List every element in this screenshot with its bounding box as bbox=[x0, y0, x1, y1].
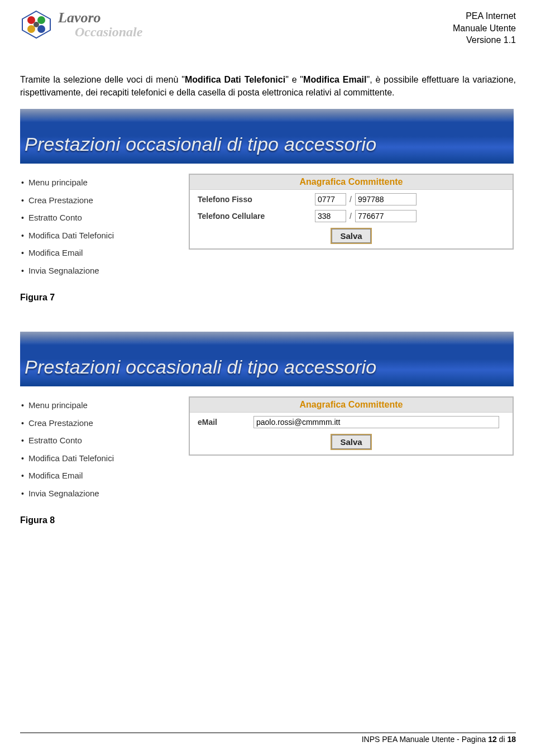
panel-title: Anagrafica Committente bbox=[190, 175, 513, 190]
menu-item-invia-segnalazione[interactable]: Invia Segnalazione bbox=[21, 485, 189, 503]
figure-7-caption: Figura 7 bbox=[20, 293, 516, 303]
logo-text: Lavoro Occasionale bbox=[58, 11, 142, 39]
p-mid: " e " bbox=[285, 75, 303, 84]
banner: Prestazioni occasionali di tipo accessor… bbox=[20, 332, 514, 386]
anagrafica-panel-phone: Anagrafica Committente Telefono Fisso / … bbox=[189, 174, 514, 250]
logo: Lavoro Occasionale bbox=[20, 10, 142, 39]
doc-meta-line2: Manuale Utente bbox=[453, 22, 516, 35]
page-header: Lavoro Occasionale PEA Internet Manuale … bbox=[20, 10, 516, 46]
side-menu: Menu principale Crea Prestazione Estratt… bbox=[21, 174, 189, 279]
menu-item-principale[interactable]: Menu principale bbox=[21, 174, 189, 192]
footer-page-total: 18 bbox=[507, 735, 516, 744]
banner-title: Prestazioni occasionali di tipo accessor… bbox=[25, 133, 377, 155]
menu-item-estratto-conto[interactable]: Estratto Conto bbox=[21, 432, 189, 449]
slash-sep: / bbox=[350, 195, 352, 204]
anagrafica-panel-email: Anagrafica Committente eMail Salva bbox=[189, 396, 514, 456]
logo-line1: Lavoro bbox=[58, 11, 142, 25]
save-button[interactable]: Salva bbox=[332, 229, 370, 243]
figure-8-screenshot: Prestazioni occasionali di tipo accessor… bbox=[20, 332, 514, 502]
figure-8-caption: Figura 8 bbox=[20, 515, 516, 525]
banner: Prestazioni occasionali di tipo accessor… bbox=[20, 109, 514, 164]
svg-point-2 bbox=[37, 16, 45, 24]
menu-item-invia-segnalazione[interactable]: Invia Segnalazione bbox=[21, 262, 189, 280]
menu-item-crea-prestazione[interactable]: Crea Prestazione bbox=[21, 414, 189, 432]
label-telefono-cellulare: Telefono Cellulare bbox=[198, 212, 315, 221]
svg-point-1 bbox=[27, 16, 35, 24]
banner-title: Prestazioni occasionali di tipo accessor… bbox=[25, 356, 377, 378]
menu-item-principale[interactable]: Menu principale bbox=[21, 396, 189, 414]
menu-item-modifica-dati-telefonici[interactable]: Modifica Dati Telefonici bbox=[21, 227, 189, 245]
doc-meta-line3: Versione 1.1 bbox=[453, 34, 516, 46]
input-email[interactable] bbox=[253, 416, 499, 428]
svg-point-4 bbox=[37, 25, 45, 33]
footer-text-pre: INPS PEA Manuale Utente - Pagina bbox=[362, 735, 488, 744]
page-footer: INPS PEA Manuale Utente - Pagina 12 di 1… bbox=[20, 733, 516, 744]
panel-title: Anagrafica Committente bbox=[190, 398, 513, 413]
menu-item-modifica-email[interactable]: Modifica Email bbox=[21, 244, 189, 262]
slash-sep: / bbox=[350, 212, 352, 221]
p-b2: Modifica Email bbox=[303, 75, 366, 84]
input-telefono-fisso-prefix[interactable] bbox=[315, 193, 346, 205]
svg-point-5 bbox=[34, 22, 39, 27]
label-email: eMail bbox=[198, 418, 253, 427]
side-menu: Menu principale Crea Prestazione Estratt… bbox=[21, 396, 189, 502]
menu-item-crea-prestazione[interactable]: Crea Prestazione bbox=[21, 192, 189, 209]
doc-meta: PEA Internet Manuale Utente Versione 1.1 bbox=[453, 10, 516, 46]
logo-line2: Occasionale bbox=[75, 25, 142, 39]
logo-icon bbox=[20, 10, 52, 39]
input-telefono-cellulare-prefix[interactable] bbox=[315, 210, 346, 222]
p-pre: Tramite la selezione delle voci di menù … bbox=[20, 75, 185, 84]
p-b1: Modifica Dati Telefonici bbox=[185, 75, 285, 84]
svg-point-3 bbox=[27, 25, 35, 33]
label-telefono-fisso: Telefono Fisso bbox=[198, 195, 315, 204]
save-button[interactable]: Salva bbox=[332, 435, 370, 449]
footer-text-mid: di bbox=[497, 735, 508, 744]
input-telefono-cellulare-number[interactable] bbox=[355, 210, 417, 222]
menu-item-modifica-dati-telefonici[interactable]: Modifica Dati Telefonici bbox=[21, 449, 189, 467]
input-telefono-fisso-number[interactable] bbox=[355, 193, 417, 205]
menu-item-modifica-email[interactable]: Modifica Email bbox=[21, 467, 189, 485]
doc-meta-line1: PEA Internet bbox=[453, 10, 516, 22]
footer-page-current: 12 bbox=[488, 735, 497, 744]
intro-paragraph: Tramite la selezione delle voci di menù … bbox=[20, 73, 516, 99]
figure-7-screenshot: Prestazioni occasionali di tipo accessor… bbox=[20, 109, 514, 279]
menu-item-estratto-conto[interactable]: Estratto Conto bbox=[21, 209, 189, 227]
